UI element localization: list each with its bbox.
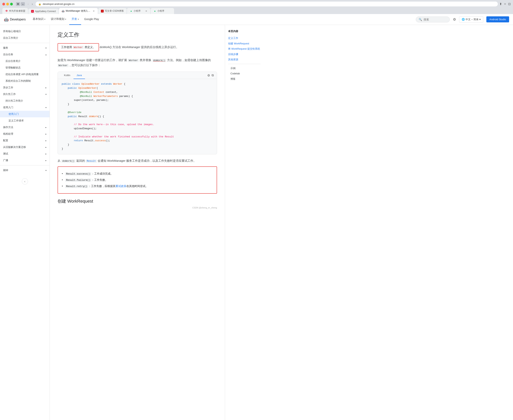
sidebar-item-alarm[interactable]: 闹钟 ▾ [0,167,50,174]
sidebar-item-persistent[interactable]: 持久性工作 ▾ [0,91,50,98]
bullet3: • [62,184,63,189]
close-window-button[interactable] [2,3,5,6]
search-input[interactable] [424,18,447,21]
search-box[interactable]: 🔍 [416,16,450,22]
sidebar-collapse-button[interactable]: ‹ [22,178,28,185]
maximize-window-button[interactable] [10,3,13,6]
sidebar-item-battery[interactable]: 优化任务调度 API 的电池用量 [0,71,50,78]
sidebar-item-threading[interactable]: 线程处理 ▸ [0,131,50,137]
code-line-11: // Indicate whether the work finished su… [62,135,213,139]
search-icon: 🔍 [419,18,422,21]
sidebar-item-bg-intro[interactable]: 后台工作简介 [0,35,50,41]
toc-item-examples[interactable]: 示例 [228,66,261,71]
window-controls: ⊞ ⌄ [16,2,25,6]
tab-miniprogram2[interactable]: ● 小程序 [151,8,174,14]
result-success-text: Result.success()：工作成功完成。 [65,172,113,176]
sidebar-item-wake-state[interactable]: 管理唤醒状态 [0,64,50,71]
result-success-code: Result.success() [65,172,91,176]
sidebar-bg-tasks-chevron: ▴ [45,53,46,56]
toc-item-codelab[interactable]: Codelab [228,71,261,76]
back-button[interactable]: ‹ [26,2,30,6]
wechat-favicon1: ● [130,10,132,12]
code-line-14: } [62,147,213,151]
settings-icon[interactable]: ⚙ [453,17,456,22]
code-copy-button[interactable]: ⧉ [212,74,214,77]
sidebar-item-bg-tasks[interactable]: 后台任务 ▴ [0,51,50,58]
tab-overview-button[interactable]: ⌄ [21,2,25,6]
sidebar-migration-chevron: ▸ [45,146,46,148]
tab-workmanager[interactable]: 🤖 WorkManager 使用入门 | B... ✕ [59,8,98,14]
toc-item-submit-workrequest[interactable]: 将 WorkRequest 提交给系统 [228,46,261,52]
code-line-4: @NonNull WorkerParameters params) { [62,94,213,98]
toc-item-define-work[interactable]: 定义工作 [228,35,261,41]
nav-basics-label: 基本知识 [33,17,44,21]
code-settings-button[interactable]: ⚙ [207,74,210,77]
tab-close-icon2[interactable]: ✕ [145,10,148,12]
nav-item-design[interactable]: 设计和规划 ▾ [48,14,68,25]
tab-appgallery[interactable]: A AppGallery Connect [28,8,59,14]
sidebar-item-bg-tasks-intro[interactable]: 后台任务简介 [0,58,50,64]
tab-kotlin[interactable]: Kotlin [61,72,73,79]
sidebar-item-config[interactable]: 配置 ▸ [0,137,50,144]
tab-csdn[interactable]: C 写文章-CSDN博客 [98,8,127,14]
logo-link[interactable]: 🤖 Developers [4,17,26,22]
sidebar-toggle-button[interactable]: ⊞ [16,2,20,6]
code-block: Kotlin Java ⚙ ⧉ public class UploadWorke… [58,72,217,154]
intro-highlight-text: 工作使用 Worker 类定义。 [61,45,95,49]
sidebar-item-broadcast[interactable]: 广播 ▸ [0,157,50,164]
forward-button[interactable]: › [30,2,34,6]
sidebar-item-operations[interactable]: 操作方法 ▸ [0,124,50,131]
language-selector[interactable]: 🌐 中文 – 简体 ▾ [459,16,483,22]
code-line-8: public Result doWork() { [62,115,213,119]
browser-controls: ⊞ ⌄ ‹ › 🔒 developer.android.google.cn ⬆ … [2,1,511,7]
main-content: 定义工作 工作使用 Worker 类定义。 doWork() 方法在 WorkM… [50,25,225,420]
sidebar-broadcast-label: 广播 [3,159,8,162]
nav-item-develop[interactable]: 开发 ▾ [69,14,81,25]
result-retry-code: Result.retry() [65,185,88,188]
sidebar-item-getting-started[interactable]: 使用入门 [0,111,50,117]
tab-close-icon[interactable]: ✕ [92,10,95,12]
share-button[interactable]: ⬆ [499,2,502,6]
minimize-window-button[interactable] [6,3,9,6]
tab-miniprogram2-label: 小程序 [157,9,171,13]
retry-policy-link[interactable]: 重试政策 [116,185,126,188]
page-title: 定义工作 [58,31,217,38]
result-link[interactable]: Result [86,159,97,162]
code-line-12: return Result.success(); [62,139,213,143]
sidebar-item-migration[interactable]: 从旧版解决方案迁移 ▸ [0,144,50,150]
nav-item-googleplay[interactable]: Google Play [82,14,101,25]
new-tab-button[interactable]: ＋ [504,2,506,6]
sidebar-item-getting-started-group[interactable]: 使用入门 ▾ [0,104,50,111]
tab-miniprogram1[interactable]: ● 小程序 ✕ [127,8,150,14]
sidebar-item-all-domains[interactable]: 所有核心领域日 [0,28,50,35]
tab-java[interactable]: Java [73,72,85,79]
android-logo-icon: 🤖 [4,17,9,22]
tab-huawei[interactable]: 华 华为开发者联盟 [2,8,28,14]
code-line-blank1 [62,106,213,111]
sidebar-item-async[interactable]: 异步工作 ▸ [0,84,50,91]
toc-item-create-workrequest[interactable]: 创建 WorkRequest [228,41,261,46]
left-sidebar: 所有核心领域日 后台工作简介 服务 ▾ 后台任务 ▴ 后台任务简介 管理唤醒状态… [0,25,50,420]
sidebar-alarm-label: 闹钟 [3,169,8,172]
sidebar-item-bg-limits[interactable]: 系统对后台工作的限制 [0,78,50,84]
nav-item-basics[interactable]: 基本知识 ▾ [30,14,48,25]
sidebar-persistent-intro-label: 持久性工作简介 [6,99,23,103]
code-line-3: @NonNull Context context, [62,90,213,94]
sidebar-item-persistent-intro[interactable]: 持久性工作简介 [0,98,50,104]
android-studio-button[interactable]: Android Studio [486,16,509,22]
result-code: Result [86,159,97,163]
address-bar[interactable]: 🔒 developer.android.google.cn [36,1,498,7]
sidebar-button[interactable]: ⊡ [508,2,511,6]
sidebar-item-define-work[interactable]: 定义工作请求 [0,117,50,124]
toc-item-next-steps[interactable]: 后续步骤 [228,52,261,57]
code-actions: ⚙ ⧉ [207,74,214,77]
sidebar-persistent-label: 持久性工作 [3,92,16,96]
sidebar-item-test[interactable]: 测试 ▸ [0,150,50,157]
sidebar-item-services[interactable]: 服务 ▾ [0,45,50,51]
sidebar-threading-chevron: ▸ [45,133,46,135]
code-line-blank2 [62,119,213,123]
huawei-favicon: 华 [5,10,8,12]
toc-item-blog[interactable]: 博客 [228,76,261,82]
toc-item-other-resources[interactable]: 其他资源 [228,57,261,62]
sidebar-async-chevron: ▸ [45,87,46,89]
